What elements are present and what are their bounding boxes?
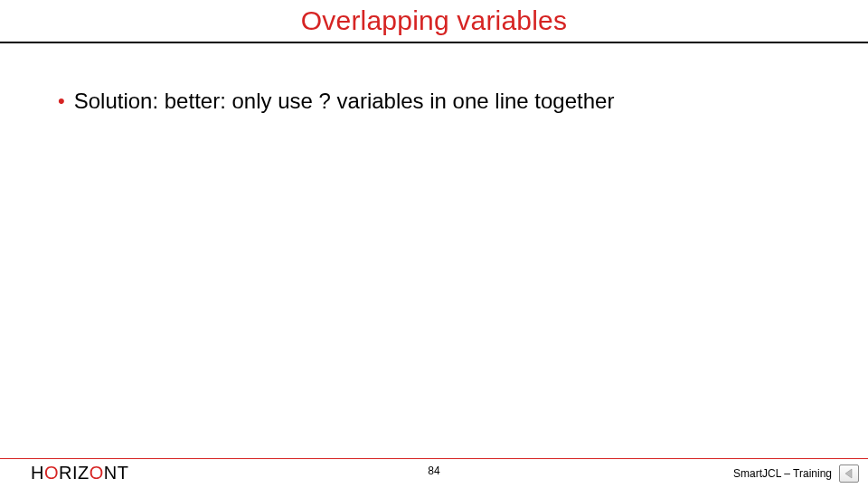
back-button[interactable] [839, 465, 859, 483]
brand-logo: HORIZONT [31, 463, 128, 483]
bullet-marker-icon: • [58, 89, 65, 114]
footer-bar: HORIZONT SmartJCL – Training 84 [0, 459, 868, 483]
brand-letter: R [59, 463, 72, 483]
brand-letter: O [90, 463, 104, 483]
course-label: SmartJCL – Training [733, 467, 832, 480]
slide-title: Overlapping variables [0, 5, 868, 36]
brand-letter: H [31, 463, 44, 483]
brand-letter: Z [78, 463, 90, 483]
bullet-text: Solution: better: only use ? variables i… [74, 89, 615, 114]
triangle-left-icon [844, 468, 854, 479]
svg-marker-0 [845, 469, 852, 478]
bullet-item: • Solution: better: only use ? variables… [58, 89, 810, 114]
slide-body: • Solution: better: only use ? variables… [0, 43, 868, 114]
slide: Overlapping variables • Solution: better… [0, 0, 868, 488]
brand-letter: T [118, 463, 129, 483]
page-number: 84 [428, 465, 439, 477]
title-area: Overlapping variables [0, 0, 868, 43]
footer: HORIZONT SmartJCL – Training 84 [0, 458, 868, 483]
brand-letter: N [104, 463, 118, 483]
footer-right: SmartJCL – Training [733, 465, 859, 483]
brand-letter: O [44, 463, 59, 483]
